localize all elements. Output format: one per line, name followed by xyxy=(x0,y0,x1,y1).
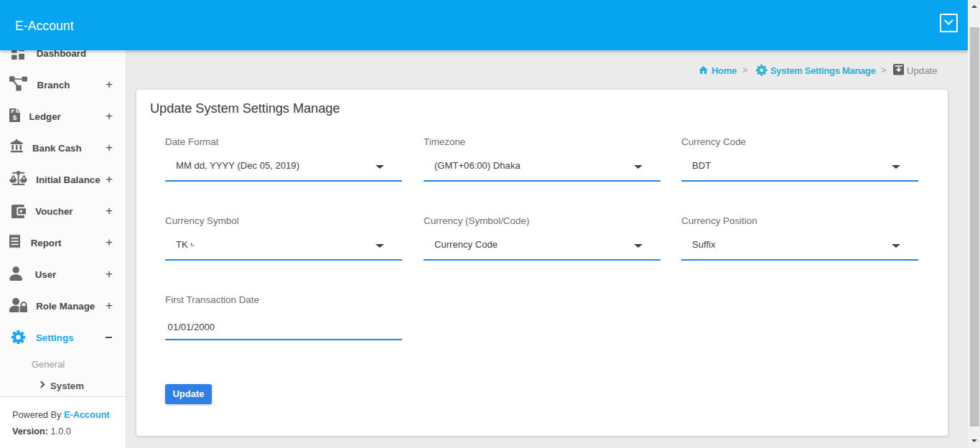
svg-text:$: $ xyxy=(13,113,17,121)
